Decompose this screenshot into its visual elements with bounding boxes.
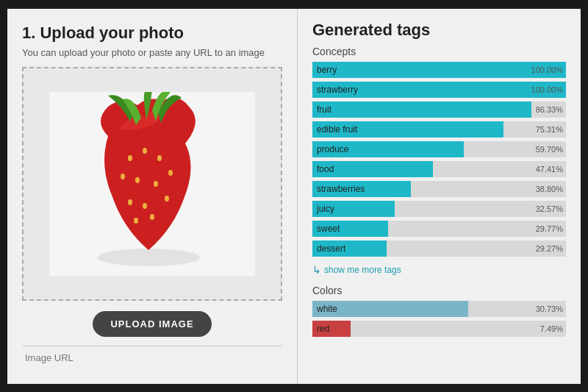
tag-row: strawberry100.00% xyxy=(312,82,566,98)
tag-percent: 29.27% xyxy=(536,240,563,257)
svg-point-10 xyxy=(128,199,132,205)
tag-label: juicy xyxy=(312,204,339,214)
svg-point-4 xyxy=(157,155,162,161)
tag-row: edible fruit75.31% xyxy=(312,121,566,138)
tag-row: berry100.00% xyxy=(312,62,566,78)
image-drop-zone[interactable] xyxy=(22,67,282,301)
tag-label: strawberry xyxy=(312,85,362,95)
color-row: white30.73% xyxy=(312,301,566,317)
svg-point-12 xyxy=(134,218,138,224)
colors-label: Colors xyxy=(312,285,566,296)
tag-label: strawberries xyxy=(312,184,369,194)
tag-label: fruit xyxy=(312,104,336,115)
tag-percent: 100.00% xyxy=(531,82,563,98)
tag-row: sweet29.77% xyxy=(312,221,566,237)
tag-row: produce59.70% xyxy=(312,141,566,157)
tag-percent: 38.80% xyxy=(536,181,563,197)
svg-point-5 xyxy=(168,170,173,176)
svg-point-7 xyxy=(135,177,140,183)
color-label: white xyxy=(312,304,342,314)
tag-label: edible fruit xyxy=(312,124,362,135)
tag-row: food47.41% xyxy=(312,161,566,177)
tag-row: strawberries38.80% xyxy=(312,181,566,197)
colors-list: white30.73%red7.49% xyxy=(312,301,566,338)
strawberry-image xyxy=(49,92,255,276)
tag-percent: 100.00% xyxy=(531,62,563,78)
tag-row: dessert29.27% xyxy=(312,240,566,257)
svg-point-1 xyxy=(97,249,200,266)
generated-tags-title: Generated tags xyxy=(312,21,566,40)
tag-label: berry xyxy=(312,65,341,75)
svg-point-13 xyxy=(150,214,154,220)
show-more-link[interactable]: ↳ show me more tags xyxy=(312,264,566,276)
tag-label: sweet xyxy=(312,224,344,234)
tag-row: juicy32.57% xyxy=(312,201,566,217)
show-more-arrow: ↳ xyxy=(312,264,321,276)
tag-label: dessert xyxy=(312,243,350,254)
tag-label: food xyxy=(312,164,338,174)
tag-bar xyxy=(312,101,531,118)
tag-bar xyxy=(312,62,566,78)
upload-subtitle: You can upload your photo or paste any U… xyxy=(22,47,282,58)
tag-percent: 59.70% xyxy=(536,141,563,157)
svg-point-6 xyxy=(121,174,125,179)
color-percent: 30.73% xyxy=(536,301,563,317)
concepts-tags-list: berry100.00%strawberry100.00%fruit86.33%… xyxy=(312,62,566,258)
tag-percent: 29.77% xyxy=(536,221,563,237)
left-panel: 1. Upload your photo You can upload your… xyxy=(7,9,298,384)
svg-point-8 xyxy=(154,181,158,187)
svg-point-2 xyxy=(128,155,132,161)
upload-button[interactable]: UPLOAD IMAGE xyxy=(93,311,211,337)
concepts-label: Concepts xyxy=(312,46,566,57)
color-label: red xyxy=(312,324,334,334)
upload-section-title: 1. Upload your photo xyxy=(22,24,282,43)
upload-button-container: UPLOAD IMAGE xyxy=(22,311,282,337)
tag-percent: 75.31% xyxy=(536,121,563,138)
app-container: 1. Upload your photo You can upload your… xyxy=(7,9,581,384)
color-percent: 7.49% xyxy=(540,321,563,337)
show-more-label: show me more tags xyxy=(324,265,401,275)
tag-percent: 47.41% xyxy=(536,161,563,177)
tag-row: fruit86.33% xyxy=(312,101,566,118)
image-url-input[interactable] xyxy=(22,346,282,369)
tag-percent: 32.57% xyxy=(536,201,563,217)
tag-percent: 86.33% xyxy=(536,101,563,118)
tag-label: produce xyxy=(312,144,353,154)
svg-point-11 xyxy=(143,203,147,209)
svg-point-9 xyxy=(165,196,169,202)
svg-point-3 xyxy=(143,148,147,154)
right-panel: Generated tags Concepts berry100.00%stra… xyxy=(298,9,581,384)
color-row: red7.49% xyxy=(312,321,566,337)
